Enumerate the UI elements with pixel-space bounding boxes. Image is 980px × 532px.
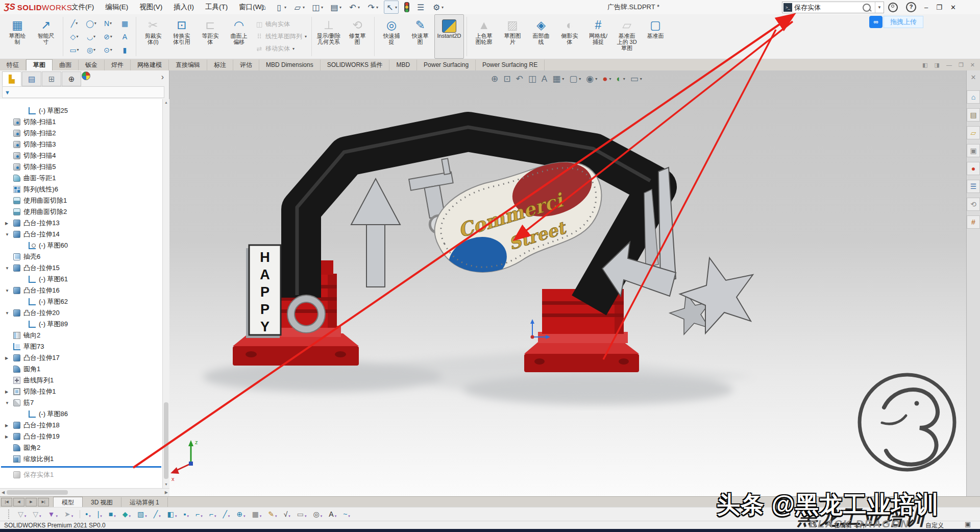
- commandmanager-tab[interactable]: MBD Dimensions: [259, 60, 321, 70]
- model-tab[interactable]: 运动算例 1: [121, 497, 168, 507]
- sketch-entity-button[interactable]: ⊙ ▾: [100, 43, 116, 57]
- help-icon[interactable]: ?: [906, 2, 916, 12]
- filter-toolbar-button[interactable]: ⊕ ▾: [236, 510, 245, 518]
- headsup-button[interactable]: ◉ ▾: [586, 74, 597, 84]
- expand-arrow-icon[interactable]: ▼: [5, 288, 13, 293]
- task-pane-button[interactable]: ▤: [967, 108, 980, 122]
- model-tab[interactable]: 模型: [53, 497, 83, 507]
- sketch-entity-button[interactable]: ◇ ▾: [66, 30, 83, 43]
- menu-item[interactable]: 工具(T): [205, 3, 228, 12]
- rollback-bar[interactable]: [1, 466, 161, 468]
- feature-tree-item[interactable]: ▼ 凸台-拉伸16: [0, 285, 162, 296]
- feature-tree-item[interactable]: ▼ 凸台-拉伸20: [0, 307, 162, 319]
- sketch-entity-button[interactable]: ▦: [116, 17, 133, 30]
- task-pane-button[interactable]: ⟲: [967, 198, 980, 211]
- expand-arrow-icon[interactable]: ▶: [5, 423, 13, 428]
- expand-arrow-icon[interactable]: ▶: [5, 434, 13, 439]
- filter-toolbar-button[interactable]: ◧ ▾: [167, 510, 177, 518]
- model-canvas[interactable]: H A P P Y: [169, 70, 966, 496]
- document-window-control[interactable]: ❐: [959, 62, 964, 68]
- filter-toolbar-button[interactable]: ▽ ▾: [33, 510, 41, 518]
- feature-tree-item[interactable]: 切除-扫描2: [0, 128, 162, 139]
- panel-tab[interactable]: ▤: [22, 71, 41, 86]
- headsup-button[interactable]: ▭ ▾: [630, 74, 642, 84]
- restore-button[interactable]: ❐: [936, 4, 942, 11]
- tab-nav-button[interactable]: ▶: [26, 498, 37, 506]
- task-pane-close-icon[interactable]: ✕: [967, 74, 980, 81]
- feature-tree-item[interactable]: ▶ 凸台-拉伸13: [0, 217, 162, 229]
- sketch-entity-button[interactable]: ▮: [116, 43, 133, 57]
- document-window-control[interactable]: ✕: [970, 62, 975, 68]
- ribbon-button[interactable]: ◈ 面部曲 线: [527, 14, 555, 59]
- feature-tree-item[interactable]: ▶ 凸台-拉伸19: [0, 431, 162, 442]
- feature-tree-item[interactable]: ▼ 筋7: [0, 397, 162, 408]
- panel-tab[interactable]: ▙: [2, 71, 21, 86]
- feature-tree-item[interactable]: ▶ 切除-拉伸1: [0, 386, 162, 397]
- feature-tree-item[interactable]: 曲面-等距1: [0, 173, 162, 184]
- feature-tree-item[interactable]: 草图73: [0, 341, 162, 352]
- document-window-control[interactable]: ◨: [935, 62, 940, 68]
- cloud-upload-icon[interactable]: ∞: [869, 16, 883, 28]
- search-box[interactable]: >_ 保存实体 ▼: [782, 2, 884, 13]
- ribbon-button[interactable]: ✂ 剪裁实 体(I): [139, 14, 167, 59]
- commandmanager-tab[interactable]: 网格建模: [131, 60, 169, 70]
- commandmanager-tab[interactable]: MBD: [389, 60, 417, 70]
- feature-tree-item[interactable]: 圆角1: [0, 364, 162, 375]
- tab-nav-button[interactable]: |◀: [1, 498, 12, 506]
- feature-tree-item[interactable]: (-) 草图60: [0, 240, 162, 251]
- expand-arrow-icon[interactable]: ▼: [5, 311, 13, 316]
- expand-arrow-icon[interactable]: ▼: [5, 266, 13, 271]
- feature-tree-item[interactable]: 切除-扫描4: [0, 150, 162, 161]
- quickbar-button[interactable]: ⌂: [258, 1, 269, 13]
- ribbon-button[interactable]: ▢ 基准面: [641, 14, 670, 59]
- sketch-entity-button[interactable]: ◎ ▾: [83, 43, 100, 57]
- filter-toolbar-button[interactable]: ▧ ▾: [137, 510, 147, 518]
- filter-toolbar-button[interactable]: ■ ▾: [109, 510, 116, 518]
- headsup-button[interactable]: ● ▾: [602, 74, 611, 84]
- menu-item[interactable]: 插入(I): [174, 3, 194, 12]
- feature-tree-item[interactable]: 抽壳6: [0, 251, 162, 262]
- document-window-control[interactable]: ◧: [922, 62, 927, 68]
- headsup-button[interactable]: ◐ ▾: [616, 74, 625, 84]
- filter-toolbar-button[interactable]: • ▾: [80, 510, 90, 518]
- feature-tree-item[interactable]: 缩放比例1: [0, 453, 162, 465]
- ribbon-small-button[interactable]: ⇄ 移动实体 ▾: [255, 43, 307, 55]
- feature-tree-item[interactable]: 阵列(线性)6: [0, 184, 162, 195]
- ribbon-button[interactable]: ⟲ 修复草 图: [343, 14, 372, 59]
- filter-toolbar-button[interactable]: ╱ ▾: [154, 510, 161, 518]
- task-pane-button[interactable]: ▱: [967, 126, 980, 139]
- commandmanager-tab[interactable]: 直接编辑: [169, 60, 207, 70]
- expand-arrow-icon[interactable]: ▶: [5, 221, 13, 226]
- filter-toolbar-button[interactable]: ~ ▾: [343, 510, 350, 518]
- ribbon-button[interactable]: ◐ 侧影实 体: [555, 14, 584, 59]
- filter-toolbar-button[interactable]: ◆ ▾: [122, 510, 131, 518]
- filter-toolbar-button[interactable]: ▭ ▾: [297, 510, 307, 518]
- task-pane-button[interactable]: #: [967, 215, 980, 229]
- filter-toolbar-button[interactable]: ▦ ▾: [252, 510, 262, 518]
- minimize-button[interactable]: –: [924, 4, 928, 11]
- sketch-entity-button[interactable]: ◡ ▾: [83, 30, 100, 43]
- feature-tree-item[interactable]: (-) 草图86: [0, 408, 162, 420]
- filter-toolbar-button[interactable]: A ▾: [329, 510, 336, 518]
- pin-menu-icon[interactable]: ⚐: [240, 0, 247, 14]
- toolbar-grip[interactable]: [8, 510, 11, 519]
- sketch-entity-button[interactable]: ▭ ▾: [66, 43, 83, 57]
- filter-toolbar-button[interactable]: ◎ ▾: [313, 510, 323, 518]
- task-pane-button[interactable]: ☰: [967, 180, 980, 193]
- ribbon-button[interactable]: Instant2D: [434, 14, 464, 59]
- commandmanager-tab[interactable]: 焊件: [105, 60, 131, 70]
- ribbon-button[interactable]: # 网格线/ 捕捉: [584, 14, 612, 59]
- task-pane-button[interactable]: ●: [967, 162, 980, 175]
- user-account-icon[interactable]: [888, 3, 898, 12]
- expand-arrow-icon[interactable]: ▼: [5, 232, 13, 237]
- ribbon-button[interactable]: ▨ 草图图 片: [498, 14, 527, 59]
- quickbar-button[interactable]: ↶ ▾: [347, 1, 361, 13]
- ribbon-button[interactable]: ↗ 智能尺 寸: [32, 14, 60, 59]
- feature-tree-item[interactable]: ▼ 凸台-拉伸14: [0, 229, 162, 240]
- expand-arrow-icon[interactable]: ▶: [5, 390, 13, 394]
- filter-toolbar-button[interactable]: √ ▾: [284, 510, 290, 518]
- feature-tree-item[interactable]: (-) 草图61: [0, 274, 162, 285]
- feature-tree-item[interactable]: ▶ 凸台-拉伸18: [0, 420, 162, 431]
- menu-item[interactable]: 文件(F): [71, 3, 94, 12]
- tree-horizontal-scrollbar[interactable]: ◀▶: [0, 488, 169, 496]
